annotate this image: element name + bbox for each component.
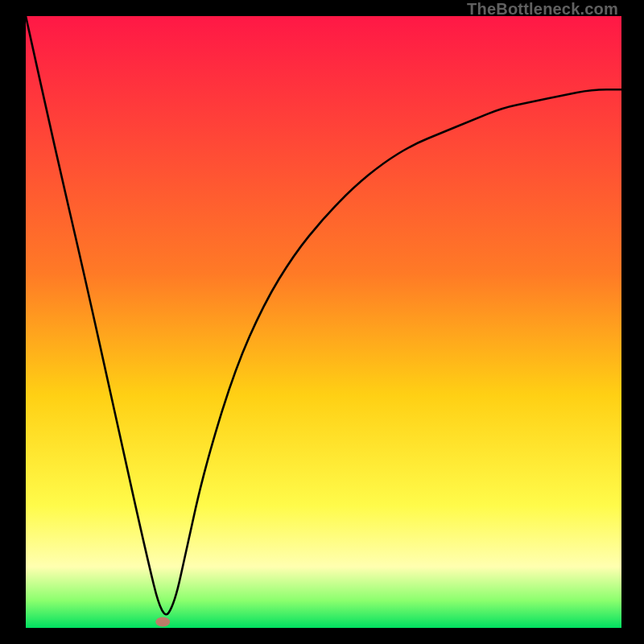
chart-svg [26,16,621,628]
gradient-background [26,16,621,628]
plot-area [26,16,621,628]
minimum-marker [155,617,170,626]
chart-frame: TheBottleneck.com [0,0,644,644]
